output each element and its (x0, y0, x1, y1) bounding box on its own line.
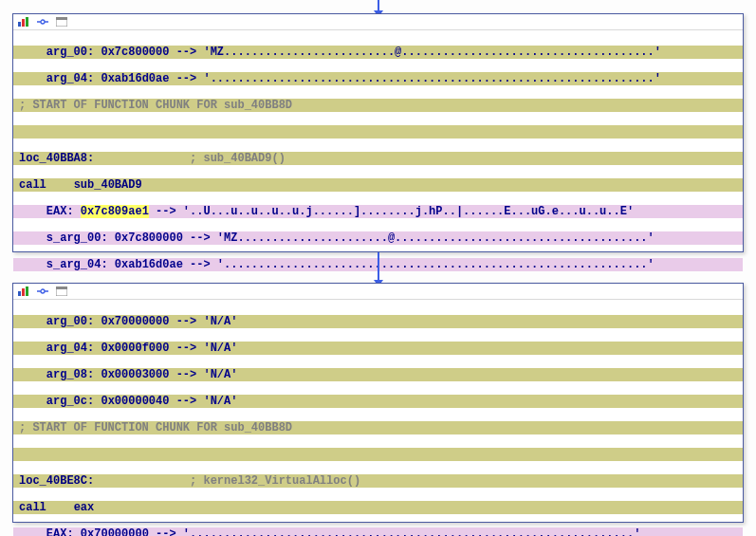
flow-arrow-in (378, 0, 379, 11)
titlebar (13, 284, 743, 300)
svg-rect-7 (26, 286, 28, 296)
window-icon[interactable] (55, 286, 68, 297)
chart-icon[interactable] (17, 286, 30, 297)
code-content: arg_00: 0x70000000 --> 'N/A' arg_04: 0x0… (13, 300, 743, 536)
window-icon[interactable] (55, 16, 68, 28)
svg-rect-1 (22, 19, 25, 27)
flow-arrow-mid (378, 252, 379, 281)
svg-rect-4 (56, 17, 67, 20)
svg-rect-2 (26, 17, 28, 27)
disasm-block-2: arg_00: 0x70000000 --> 'N/A' arg_04: 0x0… (12, 283, 744, 523)
chart-icon[interactable] (17, 16, 30, 28)
svg-rect-5 (18, 291, 21, 296)
svg-rect-0 (18, 22, 21, 27)
disasm-block-1: arg_00: 0x7c800000 --> 'MZ..............… (12, 13, 744, 252)
link-icon[interactable] (36, 16, 49, 28)
titlebar (13, 14, 743, 30)
svg-rect-6 (22, 288, 25, 296)
svg-rect-9 (56, 286, 67, 289)
link-icon[interactable] (36, 286, 49, 297)
